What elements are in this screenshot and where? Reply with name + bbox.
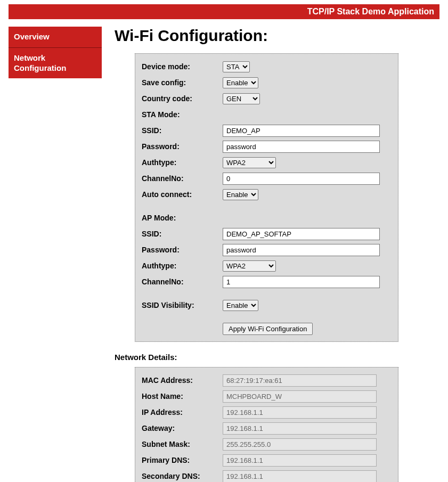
primary-dns-label: Primary DNS: [142,456,223,464]
device-mode-select[interactable]: STA [223,61,250,72]
ap-channelno-label: ChannelNo: [142,277,223,286]
sidebar-item-network-configuration[interactable]: Network Configuration [9,47,102,79]
secondary-dns-label: Secondary DNS: [142,472,223,480]
save-config-label: Save config: [142,78,223,87]
ip-address-label: IP Address: [142,408,223,416]
gateway-value: 192.168.1.1 [223,422,377,435]
sta-authtype-select[interactable]: WPA2 [223,157,276,168]
sta-mode-heading: STA Mode: [142,110,223,119]
ap-ssid-input[interactable] [223,228,380,240]
network-details-panel: MAC Address: 68:27:19:17:ea:61 Host Name… [135,367,398,482]
primary-dns-value: 192.168.1.1 [223,454,377,467]
app-header: TCP/IP Stack Demo Application [9,4,439,19]
ap-ssid-label: SSID: [142,230,223,238]
apply-wifi-config-button[interactable]: Apply Wi-Fi Configuration [223,323,313,335]
sta-password-label: Password: [142,142,223,151]
host-name-value: MCHPBOARD_W [223,390,377,403]
device-mode-label: Device mode: [142,62,223,71]
sta-channelno-label: ChannelNo: [142,174,223,183]
secondary-dns-value: 192.168.1.1 [223,470,377,483]
sta-autoconnect-label: Auto connect: [142,190,223,199]
page-title: Wi-Fi Configuration: [115,27,439,45]
sta-password-input[interactable] [223,141,380,153]
ap-authtype-label: Authtype: [142,262,223,270]
ap-mode-heading: AP Mode: [142,214,223,222]
subnet-mask-value: 255.255.255.0 [223,438,377,451]
subnet-mask-label: Subnet Mask: [142,440,223,448]
ap-password-input[interactable] [223,244,380,256]
sidebar-item-overview[interactable]: Overview [9,27,102,47]
country-code-select[interactable]: GEN [223,93,260,104]
ap-password-label: Password: [142,246,223,254]
sidebar: Overview Network Configuration [9,27,102,482]
sta-ssid-input[interactable] [223,125,380,137]
ssid-visibility-label: SSID Visibility: [142,301,223,309]
gateway-label: Gateway: [142,424,223,432]
host-name-label: Host Name: [142,392,223,401]
wifi-config-panel: Device mode: STA Save config: Enable Cou… [135,53,398,342]
ap-authtype-select[interactable]: WPA2 [223,260,276,272]
network-details-heading: Network Details: [115,353,439,362]
sta-ssid-label: SSID: [142,126,223,135]
ssid-visibility-select[interactable]: Enable [223,300,258,311]
ap-channelno-input[interactable] [223,276,380,288]
sta-authtype-label: Authtype: [142,158,223,167]
mac-address-value: 68:27:19:17:ea:61 [223,374,377,387]
sta-channelno-input[interactable] [223,173,380,185]
country-code-label: Country code: [142,94,223,103]
ip-address-value: 192.168.1.1 [223,406,377,419]
mac-address-label: MAC Address: [142,376,223,385]
save-config-select[interactable]: Enable [223,77,258,88]
sta-autoconnect-select[interactable]: Enable [223,189,258,200]
